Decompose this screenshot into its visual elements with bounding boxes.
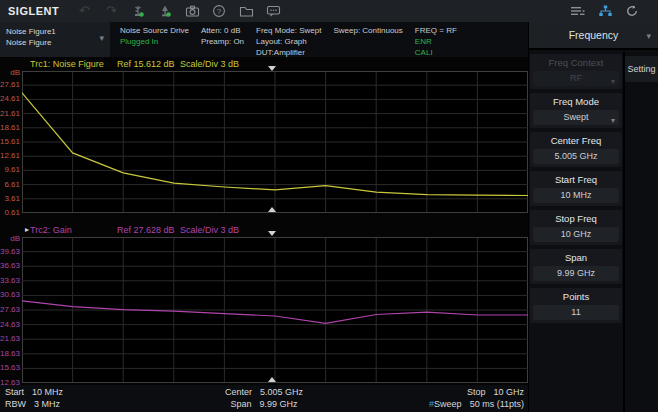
noise-figure-plot (22, 71, 528, 213)
screenshot-camera-icon[interactable] (183, 2, 201, 20)
active-trace-indicator-icon: ▸ (25, 225, 29, 234)
y-axis-tick-label: 21.61 (0, 109, 20, 118)
help-glyph: ? (217, 7, 222, 16)
trace2-scale-div[interactable]: Scale/Div 3 dB (180, 225, 239, 235)
y-axis-tick-label: 39.63 (0, 247, 20, 256)
points-button[interactable]: Points 11 (530, 288, 622, 323)
file-folder-icon[interactable] (237, 2, 255, 20)
tab-setting[interactable]: Setting (625, 56, 658, 82)
cali-status: CALI (415, 47, 457, 58)
center-freq-marker-bottom-trc2 (268, 377, 276, 382)
redo-icon[interactable]: ↷ (102, 2, 120, 20)
trace1-header: Trc1: Noise Figure Ref 15.612 dB Scale/D… (22, 59, 528, 71)
stop-freq-readout: Stop10 GHz (429, 386, 524, 398)
stop-freq-button[interactable]: Stop Freq 10 GHz (530, 210, 622, 245)
y-axis-tick-label: 18.61 (0, 123, 20, 132)
softkey-sidebar: Frequency ▾ Freq Context RF ▾ Freq Mode … (528, 22, 658, 412)
network-lan-icon[interactable] (596, 2, 614, 20)
noise-source-drive-icon[interactable] (156, 2, 174, 20)
menu-list-icon[interactable] (569, 2, 587, 20)
freq-mode-button[interactable]: Freq Mode Swept ▾ (530, 93, 622, 128)
y-axis-tick-label: 15.63 (0, 363, 20, 372)
y-axis-tick-label: 36.63 (0, 261, 20, 270)
y-axis-tick-label: 24.63 (0, 320, 20, 329)
y-axis-tick-label: 6.61 (0, 180, 20, 189)
center-freq-marker-bottom-trc1 (268, 207, 276, 212)
y-axis-unit: dB (0, 68, 20, 77)
sweep-status: Sweep: Continuous (333, 22, 402, 57)
y-axis-tick-label: 27.63 (0, 305, 20, 314)
freq-mode-status: Freq Mode: Swept (256, 25, 321, 36)
y-axis-tick-label: 24.61 (0, 94, 20, 103)
preamp-status: Preamp: On (201, 36, 244, 47)
y-axis-tick-label: 18.63 (0, 349, 20, 358)
help-icon[interactable]: ? (210, 2, 228, 20)
noise-source-label: Noise Source Drive (120, 25, 189, 36)
y-axis-tick-label: 15.61 (0, 137, 20, 146)
span-button[interactable]: Span 9.99 GHz (530, 249, 622, 284)
atten-status: Atten: 0 dB (201, 25, 244, 36)
sidebar-tab-rail: Setting (623, 52, 658, 412)
mode-layout-status: Freq Mode: Swept Layout: Graph DUT:Ampli… (256, 22, 321, 57)
y-axis-tick-label: 9.61 (0, 165, 20, 174)
atten-preamp-status: Atten: 0 dB Preamp: On (201, 22, 244, 57)
start-freq-button[interactable]: Start Freq 10 MHz (530, 171, 622, 206)
gain-plot (22, 237, 528, 383)
graph-area: Trc1: Noise Figure Ref 15.612 dB Scale/D… (0, 0, 528, 412)
chevron-down-icon: ▾ (611, 74, 615, 89)
softkey-column: Freq Context RF ▾ Freq Mode Swept ▾ Cent… (529, 52, 623, 327)
trace1-ref-level[interactable]: Ref 15.612 dB (117, 59, 175, 69)
measurement-name: Noise Figure1 (6, 26, 110, 37)
trace1-scale-div[interactable]: Scale/Div 3 dB (180, 59, 239, 69)
center-freq-marker-top-trc2 (268, 231, 276, 236)
trace2-ref-level[interactable]: Ref 27.628 dB (117, 225, 175, 235)
trace2-header: ▸ Trc2: Gain Ref 27.628 dB Scale/Div 3 d… (22, 225, 528, 237)
status-bar: Noise Figure1 Noise Figure ▾ Noise Sourc… (0, 22, 528, 57)
y-axis-unit: dB (0, 234, 20, 243)
freq-cal-status: FREQ = RF ENR CALI (415, 22, 457, 57)
y-axis-tick-label: 33.63 (0, 276, 20, 285)
trace1-label[interactable]: Trc1: Noise Figure (30, 59, 104, 69)
remote-message-icon[interactable] (264, 2, 282, 20)
measurement-type: Noise Figure (6, 37, 110, 48)
measurement-selector-dropdown[interactable]: Noise Figure1 Noise Figure ▾ (0, 22, 110, 57)
siglent-logo: SIGLENT (8, 5, 59, 17)
y-axis-tick-label: 21.63 (0, 334, 20, 343)
y-axis-tick-label: 12.61 (0, 151, 20, 160)
center-freq-button[interactable]: Center Freq 5.005 GHz (530, 132, 622, 167)
sidebar-menu-title[interactable]: Frequency ▾ (529, 22, 658, 50)
bottom-right-column: Stop10 GHz #Sweep50 ms (11pts) (429, 386, 524, 410)
chevron-down-icon: ▾ (611, 113, 615, 128)
top-toolbar: SIGLENT ↶ ↷ (0, 0, 658, 22)
chevron-down-icon: ▾ (646, 31, 651, 41)
noise-source-value: Plugged In (120, 36, 189, 47)
chevron-down-icon: ▾ (99, 33, 104, 44)
freq-context-button: Freq Context RF ▾ (530, 54, 622, 89)
center-freq-marker-top-trc1 (268, 66, 276, 71)
y-axis-tick-label: 27.61 (0, 80, 20, 89)
layout-status: Layout: Graph (256, 36, 321, 47)
enr-status: ENR (415, 36, 457, 47)
preset-reset-icon[interactable] (623, 2, 641, 20)
noise-source-icon[interactable] (129, 2, 147, 20)
y-axis-tick-label: 30.63 (0, 290, 20, 299)
undo-icon[interactable]: ↶ (75, 2, 93, 20)
y-axis-tick-label: 3.61 (0, 194, 20, 203)
sweep-time-readout: #Sweep50 ms (11pts) (429, 398, 524, 410)
dut-status: DUT:Amplifier (256, 47, 321, 58)
noise-figure-analyzer-window: SIGLENT ↶ ↷ (0, 0, 658, 412)
bottom-annotation-bar: Start10 MHz RBW3 MHz Center5.005 GHz Spa… (0, 385, 528, 412)
y-axis-tick-label: 0.61 (0, 208, 20, 217)
noise-source-status: Noise Source Drive Plugged In (120, 22, 189, 57)
trace2-label[interactable]: Trc2: Gain (30, 225, 72, 235)
freq-rf-status: FREQ = RF (415, 25, 457, 36)
